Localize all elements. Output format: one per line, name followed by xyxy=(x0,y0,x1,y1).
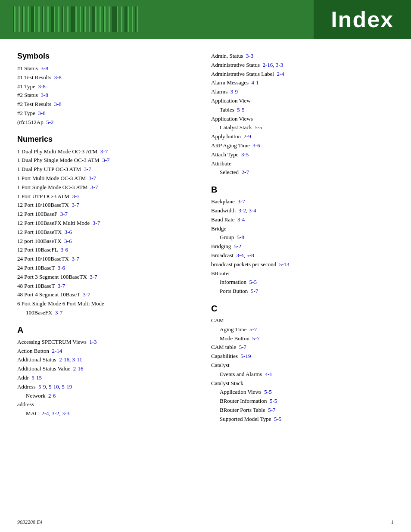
ref-link[interactable]: 5-19 xyxy=(62,383,72,390)
ref-link[interactable]: 3-7 xyxy=(84,166,91,172)
page-footer: 9032208 E4 1 xyxy=(17,519,394,526)
ref-link[interactable]: 3-7 xyxy=(90,274,97,280)
ref-link[interactable]: 3-9 xyxy=(230,88,238,95)
ref-link[interactable]: 5-7 xyxy=(252,335,259,342)
ref-link[interactable]: 3-7 xyxy=(60,211,68,217)
ref-link[interactable]: 2-16 xyxy=(73,365,84,372)
ref-link[interactable]: 5-9 xyxy=(38,383,46,390)
ref-link[interactable]: 3-6 xyxy=(252,142,260,149)
ref-link[interactable]: 3-7 xyxy=(237,198,245,205)
list-item: Capabilities 5-19 xyxy=(211,352,394,361)
ref-link[interactable]: 2-14 xyxy=(52,348,62,354)
symbols-entries: #1 Status 3-8 #1 Test Results 3-8 #1 Typ… xyxy=(17,64,198,127)
ref-link[interactable]: 5-2 xyxy=(234,243,241,249)
ref-link[interactable]: 3-6 xyxy=(65,229,72,235)
a-right-section: Admin. Status 3-3 Administrative Status … xyxy=(211,52,394,177)
ref-link[interactable]: 3-7 xyxy=(102,157,109,163)
ref-link[interactable]: 5-15 xyxy=(31,374,42,381)
ref-link[interactable]: 3-4 xyxy=(249,207,256,214)
ref-link[interactable]: 3-8 xyxy=(41,65,48,72)
ref-link[interactable]: 4-1 xyxy=(252,79,259,86)
ref-link[interactable]: 3-8 xyxy=(41,92,48,98)
list-item: 1 Port UTP OC-3 ATM 3-7 xyxy=(17,192,198,201)
ref-link[interactable]: 5-5 xyxy=(270,398,277,404)
ref-link[interactable]: 3-11 xyxy=(72,356,82,363)
ref-link[interactable]: 3-3 xyxy=(62,410,69,417)
ref-link[interactable]: 5-7 xyxy=(239,344,246,350)
ref-link[interactable]: 5-5 xyxy=(249,279,257,285)
ref-link[interactable]: 5-8 xyxy=(237,234,244,240)
ref-link[interactable]: 3-3 xyxy=(276,62,283,68)
list-item: Ports Button 5-7 xyxy=(211,287,394,296)
ref-link[interactable]: 3-7 xyxy=(89,175,96,181)
ref-link[interactable]: 5-5 xyxy=(255,124,262,131)
list-item: MAC 2-4, 3-2, 3-3 xyxy=(17,409,198,418)
list-item: Group 5-8 xyxy=(211,233,394,242)
ref-link[interactable]: 2-4 xyxy=(41,410,49,417)
ref-link[interactable]: 5-7 xyxy=(251,288,258,294)
ref-link[interactable]: 3-2 xyxy=(239,207,246,214)
ref-link[interactable]: 2-6 xyxy=(48,392,56,399)
page-title-box: Index xyxy=(314,0,411,39)
ref-link[interactable]: 5-13 xyxy=(279,261,290,268)
ref-link[interactable]: 3-7 xyxy=(72,193,79,199)
list-item: Mode Button 5-7 xyxy=(211,334,394,343)
ref-link[interactable]: 3-7 xyxy=(83,291,90,298)
ref-link[interactable]: 2-16 xyxy=(263,62,273,68)
ref-link[interactable]: 3-7 xyxy=(55,309,62,316)
ref-link[interactable]: 5-8 xyxy=(246,252,254,258)
ref-link[interactable]: 5-2 xyxy=(46,119,53,125)
ref-link[interactable]: 3-6 xyxy=(61,246,68,253)
numerics-section: Numerics 1 Dual Phy Multi Mode OC-3 ATM … xyxy=(17,135,198,317)
ref-link[interactable]: 3-8 xyxy=(38,83,45,90)
ref-link[interactable]: 3-8 xyxy=(54,101,62,107)
list-item: Alarms 3-9 xyxy=(211,87,394,96)
ref-link[interactable]: 3-7 xyxy=(72,202,79,208)
list-item: Baud Rate 3-4 xyxy=(211,215,394,224)
ref-link[interactable]: 5-7 xyxy=(249,326,257,333)
c-heading: C xyxy=(211,304,394,314)
ref-link[interactable]: 3-7 xyxy=(72,255,79,262)
ref-link[interactable]: 5-5 xyxy=(274,416,281,422)
list-item: Catalyst Stack 5-5 xyxy=(211,123,394,132)
ref-link[interactable]: 3-7 xyxy=(58,283,65,289)
list-item: Attribute xyxy=(211,159,394,168)
list-item: #2 Status 3-8 xyxy=(17,91,198,100)
ref-link[interactable]: 3-5 xyxy=(241,151,249,158)
ref-link[interactable]: 3-3 xyxy=(246,53,253,59)
list-item: (rfc1512Ap 5-2 xyxy=(17,118,198,127)
ref-link[interactable]: 3-7 xyxy=(90,184,98,190)
list-item: Action Button 2-14 xyxy=(17,347,198,356)
list-item: BRouter xyxy=(211,269,394,278)
list-item: 1 Port Multi Mode OC-3 ATM 3-7 xyxy=(17,174,198,183)
list-item: Application Views xyxy=(211,115,394,124)
ref-link[interactable]: 4-1 xyxy=(265,371,272,377)
list-item: 1 Dual Phy Single Mode OC-3 ATM 3-7 xyxy=(17,156,198,165)
list-item: 24 Port 10/100BaseTX 3-7 xyxy=(17,255,198,264)
ref-link[interactable]: 3-6 xyxy=(58,264,65,271)
list-item: 1 Dual Phy UTP OC-3 ATM 3-7 xyxy=(17,165,198,174)
ref-link[interactable]: 2-16 xyxy=(59,356,69,363)
ref-link[interactable]: 3-8 xyxy=(38,110,45,116)
ref-link[interactable]: 2-7 xyxy=(242,169,249,175)
ref-link[interactable]: 3-8 xyxy=(54,74,62,81)
c-entries: CAM Aging Time 5-7 Mode Button 5-7 CAM t… xyxy=(211,316,394,424)
ref-link[interactable]: 5-19 xyxy=(241,353,251,359)
ref-link[interactable]: 5-7 xyxy=(268,407,275,413)
ref-link[interactable]: 2-9 xyxy=(243,133,251,140)
ref-link[interactable]: 1-3 xyxy=(89,339,97,345)
ref-link[interactable]: 5-5 xyxy=(237,106,244,113)
list-item: Information 5-5 xyxy=(211,278,394,287)
ref-link[interactable]: 5-5 xyxy=(264,389,271,395)
ref-link[interactable]: 2-4 xyxy=(277,71,284,77)
ref-link[interactable]: 3-4 xyxy=(237,216,245,223)
ref-link[interactable]: 3-7 xyxy=(100,148,108,155)
list-item: Bridging 5-2 xyxy=(211,242,394,251)
ref-link[interactable]: 3-6 xyxy=(64,238,72,244)
ref-link[interactable]: 3-4 xyxy=(236,252,243,258)
ref-link[interactable]: 3-7 xyxy=(93,220,100,226)
ref-link[interactable]: 3-2 xyxy=(52,410,59,417)
list-item: CAM table 5-7 xyxy=(211,343,394,352)
ref-link[interactable]: 5-10 xyxy=(49,383,59,390)
list-item: Supported Model Type 5-5 xyxy=(211,415,394,424)
